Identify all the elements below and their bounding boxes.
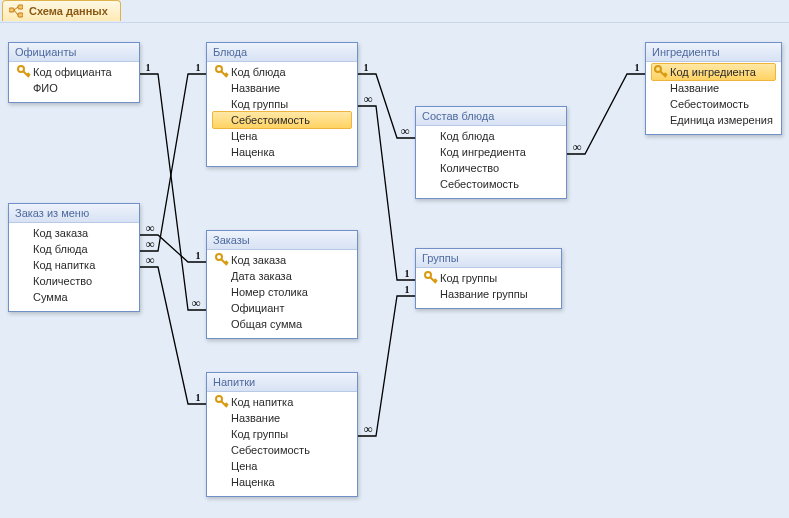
- table-header[interactable]: Блюда: [207, 43, 357, 62]
- key-slot: [215, 129, 229, 143]
- table-header[interactable]: Ингредиенты: [646, 43, 781, 62]
- field-name: Количество: [440, 160, 499, 176]
- table-bluda[interactable]: БлюдаКод блюдаНазваниеКод группыСебестои…: [206, 42, 358, 167]
- tab-bar: Схема данных: [0, 0, 789, 22]
- field-row[interactable]: Количество: [15, 273, 133, 289]
- field-row[interactable]: Код блюда: [422, 128, 560, 144]
- field-row[interactable]: Код заказа: [213, 252, 351, 268]
- field-name: Название: [231, 80, 280, 96]
- key-slot: [17, 258, 31, 272]
- field-row[interactable]: Единица измерения: [652, 112, 775, 128]
- field-row[interactable]: Название: [213, 410, 351, 426]
- field-row[interactable]: Себестоимость: [652, 96, 775, 112]
- table-header[interactable]: Напитки: [207, 373, 357, 392]
- field-row[interactable]: Себестоимость: [212, 111, 352, 129]
- schema-canvas[interactable]: 1∞1∞1∞1∞1∞1∞1∞1∞ ОфициантыКод официантаФ…: [0, 22, 789, 518]
- field-row[interactable]: Код официанта: [15, 64, 133, 80]
- field-row[interactable]: Дата заказа: [213, 268, 351, 284]
- svg-text:1: 1: [405, 268, 410, 279]
- table-sostav_bluda[interactable]: Состав блюдаКод блюдаКод ингредиентаКоли…: [415, 106, 567, 199]
- table-header[interactable]: Состав блюда: [416, 107, 566, 126]
- tab-schema[interactable]: Схема данных: [2, 0, 121, 21]
- key-slot: [215, 459, 229, 473]
- table-header[interactable]: Официанты: [9, 43, 139, 62]
- key-slot: [17, 274, 31, 288]
- field-row[interactable]: ФИО: [15, 80, 133, 96]
- tab-title: Схема данных: [29, 5, 108, 17]
- key-slot: [215, 97, 229, 111]
- table-gruppy[interactable]: ГруппыКод группыНазвание группы: [415, 248, 562, 309]
- field-name: Сумма: [33, 289, 68, 305]
- field-row[interactable]: Название: [652, 80, 775, 96]
- field-row[interactable]: Цена: [213, 128, 351, 144]
- key-slot: [215, 81, 229, 95]
- field-name: Цена: [231, 128, 257, 144]
- field-row[interactable]: Себестоимость: [213, 442, 351, 458]
- field-row[interactable]: Код ингредиента: [422, 144, 560, 160]
- field-name: Код группы: [440, 270, 497, 286]
- key-icon: [654, 65, 668, 79]
- field-row[interactable]: Код блюда: [213, 64, 351, 80]
- field-row[interactable]: Официант: [213, 300, 351, 316]
- field-row[interactable]: Наценка: [213, 474, 351, 490]
- field-list: Код официантаФИО: [9, 62, 139, 102]
- field-row[interactable]: Код группы: [422, 270, 555, 286]
- svg-rect-0: [9, 8, 14, 12]
- field-row[interactable]: Название: [213, 80, 351, 96]
- table-header[interactable]: Группы: [416, 249, 561, 268]
- table-ofitsianty[interactable]: ОфициантыКод официантаФИО: [8, 42, 140, 103]
- table-ingredienty[interactable]: ИнгредиентыКод ингредиентаНазваниеСебест…: [645, 42, 782, 135]
- key-slot: [424, 177, 438, 191]
- field-name: Код блюда: [231, 64, 286, 80]
- field-name: Код блюда: [440, 128, 495, 144]
- table-zakazy[interactable]: ЗаказыКод заказаДата заказаНомер столика…: [206, 230, 358, 339]
- field-list: Код ингредиентаНазваниеСебестоимостьЕдин…: [646, 62, 781, 134]
- key-slot: [654, 81, 668, 95]
- field-name: Код заказа: [33, 225, 88, 241]
- field-list: Код блюдаНазваниеКод группыСебестоимость…: [207, 62, 357, 166]
- svg-text:∞: ∞: [364, 422, 373, 436]
- field-row[interactable]: Название группы: [422, 286, 555, 302]
- field-row[interactable]: Общая сумма: [213, 316, 351, 332]
- field-row[interactable]: Код ингредиента: [651, 63, 776, 81]
- field-list: Код группыНазвание группы: [416, 268, 561, 308]
- field-name: Наценка: [231, 144, 275, 160]
- table-napitki[interactable]: НапиткиКод напиткаНазваниеКод группыСебе…: [206, 372, 358, 497]
- field-row[interactable]: Код напитка: [213, 394, 351, 410]
- field-row[interactable]: Код напитка: [15, 257, 133, 273]
- field-name: Код группы: [231, 426, 288, 442]
- table-header[interactable]: Заказ из меню: [9, 204, 139, 223]
- field-row[interactable]: Сумма: [15, 289, 133, 305]
- field-row[interactable]: Количество: [422, 160, 560, 176]
- svg-text:∞: ∞: [573, 140, 582, 154]
- field-row[interactable]: Код блюда: [15, 241, 133, 257]
- field-name: Код напитка: [231, 394, 293, 410]
- field-row[interactable]: Наценка: [213, 144, 351, 160]
- field-name: Себестоимость: [670, 96, 749, 112]
- svg-rect-1: [18, 5, 23, 9]
- key-icon: [215, 65, 229, 79]
- table-zakaz_iz_menu[interactable]: Заказ из менюКод заказаКод блюдаКод напи…: [8, 203, 140, 312]
- field-list: Код блюдаКод ингредиентаКоличествоСебест…: [416, 126, 566, 198]
- key-icon: [215, 395, 229, 409]
- field-name: Единица измерения: [670, 112, 773, 128]
- field-name: Цена: [231, 458, 257, 474]
- svg-text:1: 1: [635, 62, 640, 73]
- svg-rect-2: [18, 13, 23, 17]
- field-name: Наценка: [231, 474, 275, 490]
- field-row[interactable]: Себестоимость: [422, 176, 560, 192]
- field-row[interactable]: Номер столика: [213, 284, 351, 300]
- svg-text:∞: ∞: [192, 296, 201, 310]
- key-slot: [215, 113, 229, 127]
- field-row[interactable]: Цена: [213, 458, 351, 474]
- field-row[interactable]: Код заказа: [15, 225, 133, 241]
- field-row[interactable]: Код группы: [213, 426, 351, 442]
- field-name: Название: [231, 410, 280, 426]
- field-name: Код напитка: [33, 257, 95, 273]
- key-slot: [215, 443, 229, 457]
- field-row[interactable]: Код группы: [213, 96, 351, 112]
- table-header[interactable]: Заказы: [207, 231, 357, 250]
- svg-text:1: 1: [405, 284, 410, 295]
- key-slot: [215, 317, 229, 331]
- key-slot: [424, 145, 438, 159]
